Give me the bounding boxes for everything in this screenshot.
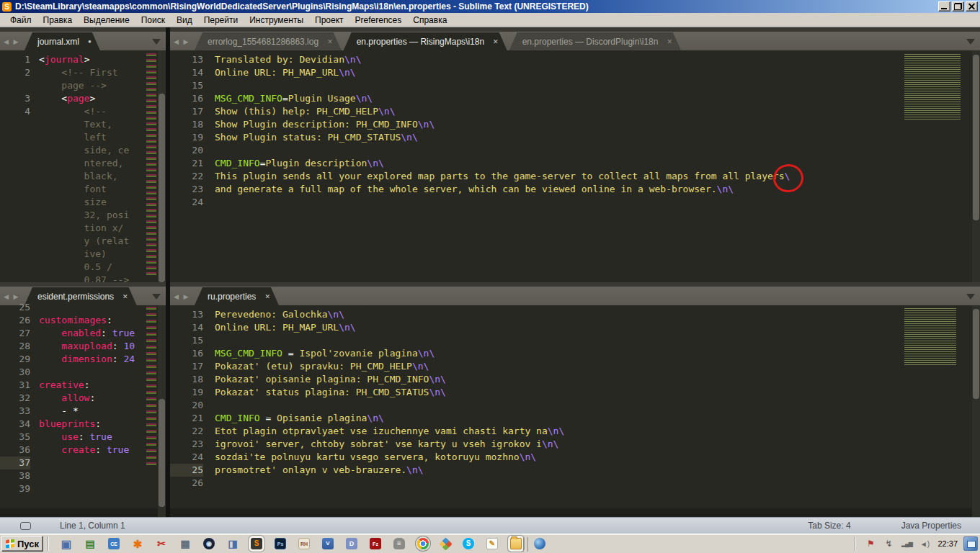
status-context-icon[interactable]	[20, 522, 31, 530]
menu-item[interactable]: Поиск	[135, 14, 171, 27]
code-line[interactable]: 0.5 /	[0, 261, 166, 274]
code-line[interactable]: 13Translated by: Devidian\n\	[170, 53, 980, 66]
show-desktop-button[interactable]	[963, 536, 978, 551]
minimap[interactable]	[901, 305, 971, 517]
close-icon[interactable]: ✕	[122, 293, 128, 300]
code-line[interactable]: 15	[170, 334, 980, 347]
scrollbar-thumb[interactable]	[159, 399, 165, 507]
code-line[interactable]: 1<journal>	[0, 53, 166, 66]
code-line[interactable]: left	[0, 131, 166, 144]
code-line[interactable]: ntered,	[0, 157, 166, 170]
code-line[interactable]: 36 create: true	[0, 444, 166, 457]
power-plug-icon[interactable]: ↯	[883, 539, 894, 549]
code-line[interactable]: 32, posi	[0, 209, 166, 222]
menu-item[interactable]: Правка	[37, 14, 79, 27]
pinwheel-icon[interactable]	[439, 537, 452, 550]
menu-item[interactable]: Файл	[4, 14, 37, 27]
code-line[interactable]: 15	[170, 79, 980, 92]
code-line[interactable]: page -->	[0, 79, 166, 92]
code-line[interactable]: 19Show Plugin status: PH_CMD_STATUS\n\	[170, 131, 980, 144]
code-line[interactable]: 18Pokazat' opisanie plagina: PH_CMD_INFO…	[170, 373, 980, 386]
code-line[interactable]: 22Etot plagin otpravlyaet vse izuchennye…	[170, 425, 980, 438]
close-icon[interactable]: ✕	[264, 293, 270, 300]
code-line[interactable]: 28 maxupload: 10	[0, 340, 166, 353]
code-line[interactable]: 24sozdai'te polnuyu kartu vsego servera,…	[170, 451, 980, 464]
code-line[interactable]: 20	[170, 399, 980, 412]
notes-icon[interactable]: ✎	[486, 538, 498, 549]
code-line[interactable]: 37	[0, 457, 166, 469]
filezilla-icon[interactable]: Fz	[370, 538, 381, 549]
horizontal-scrollbar[interactable]	[170, 508, 972, 517]
code-line[interactable]: 32 allow:	[0, 392, 166, 405]
action-center-icon[interactable]: ⚑	[865, 539, 876, 549]
code-line[interactable]: 2 <!-- First	[0, 66, 166, 79]
syntax-indicator[interactable]: Java Properties	[901, 521, 961, 531]
skype-icon[interactable]: S	[463, 538, 474, 549]
code-line[interactable]: 38	[0, 469, 166, 482]
display-icon[interactable]: ▤	[84, 538, 96, 549]
vertical-scrollbar[interactable]	[158, 50, 166, 282]
code-line[interactable]: 26customimages:	[0, 314, 166, 327]
code-line[interactable]: font	[0, 183, 166, 196]
code-line[interactable]: 25prosmotret' onlayn v veb-brauzere.\n\	[170, 464, 980, 477]
minimap[interactable]	[901, 50, 971, 282]
pane-divider[interactable]	[166, 27, 170, 517]
vertical-scrollbar[interactable]	[972, 50, 980, 282]
close-icon[interactable]: ✕	[667, 38, 672, 45]
code-line[interactable]: 4 <!--	[0, 105, 166, 118]
photoshop-icon[interactable]: Ps	[275, 538, 286, 549]
code-line[interactable]: Text,	[0, 118, 166, 131]
code-line[interactable]: 21CMD_INFO = Opisanie plagina\n\	[170, 412, 980, 425]
code-line[interactable]: 31creative:	[0, 379, 166, 392]
snipping-icon[interactable]: ✂	[156, 538, 167, 549]
network-signal-icon[interactable]: ▂▄▆	[901, 541, 912, 547]
scrollbar-thumb[interactable]	[973, 309, 979, 399]
code-line[interactable]: 33 - *	[0, 405, 166, 418]
window-titlebar[interactable]: S D:\SteamLibrary\steamapps\common\Risin…	[0, 0, 980, 13]
tab-scroll-arrows-icon[interactable]: ◀ ▶	[174, 38, 190, 45]
folder-icon[interactable]	[510, 538, 522, 549]
tab-errorlog-1554681286863-log[interactable]: errorlog_1554681286863.log✕	[195, 32, 342, 50]
steam-icon[interactable]: ◉	[203, 538, 215, 549]
tab-ru-properties[interactable]: ru.properties✕	[195, 287, 279, 305]
code-line[interactable]: 16MSG_CMD_INFO = Ispol'zovanie plagina\n…	[170, 347, 980, 360]
code-line[interactable]: size	[0, 196, 166, 209]
code-line[interactable]: 23igrovoi' server, chtoby sobrat' vse ka…	[170, 438, 980, 451]
code-line[interactable]: 26	[170, 477, 980, 490]
tab-overflow-icon[interactable]	[966, 294, 975, 300]
close-button-icon[interactable]	[966, 1, 978, 12]
tab-journal-xml[interactable]: journal.xml●	[24, 32, 100, 50]
code-line[interactable]: tion x/	[0, 222, 166, 235]
globe-icon[interactable]	[534, 538, 545, 549]
code-line[interactable]: 27 enabled: true	[0, 327, 166, 340]
code-line[interactable]: 20	[170, 144, 980, 157]
panel-window-icon[interactable]: ◨	[227, 538, 239, 549]
tab-size-indicator[interactable]: Tab Size: 4	[808, 521, 850, 531]
minimap[interactable]	[145, 50, 158, 282]
robohelp-icon[interactable]: RH	[298, 538, 310, 549]
code-view[interactable]: 13Translated by: Devidian\n\14Online URL…	[170, 50, 980, 282]
code-line[interactable]: 13Perevedeno: Galochka\n\	[170, 308, 980, 321]
code-line[interactable]: 29 dimension: 24	[0, 353, 166, 366]
menu-item[interactable]: Перейти	[198, 14, 244, 27]
close-icon[interactable]: ✕	[493, 38, 499, 45]
code-line[interactable]: 16MSG_CMD_INFO=Plugin Usage\n\	[170, 92, 980, 105]
code-line[interactable]: 24	[170, 196, 980, 209]
menu-item[interactable]: Preferences	[349, 14, 408, 27]
code-line[interactable]: 14Online URL: PH_MAP_URL\n\	[170, 321, 980, 334]
code-line[interactable]: 22This plugin sends all your explored ma…	[170, 170, 980, 183]
start-button[interactable]: Пуск	[1, 536, 43, 552]
sublime-text-icon[interactable]: S	[251, 538, 262, 549]
scrollbar-thumb[interactable]	[159, 94, 165, 282]
calculator-icon[interactable]: ▦	[179, 538, 191, 549]
code-line[interactable]: 0.87 -->	[0, 274, 166, 282]
database-icon[interactable]: ≡	[393, 538, 405, 549]
vertical-scrollbar[interactable]	[158, 305, 166, 517]
minimize-button-icon[interactable]	[938, 1, 950, 12]
code-line[interactable]: 21CMD_INFO=Plugin description\n\	[170, 157, 980, 170]
show-window-icon[interactable]: ▣	[61, 538, 72, 549]
code-line[interactable]: 39	[0, 482, 166, 495]
code-view[interactable]: 13Perevedeno: Galochka\n\14Online URL: P…	[170, 305, 980, 517]
close-icon[interactable]: ✕	[327, 38, 333, 45]
code-line[interactable]: y (relat	[0, 235, 166, 248]
